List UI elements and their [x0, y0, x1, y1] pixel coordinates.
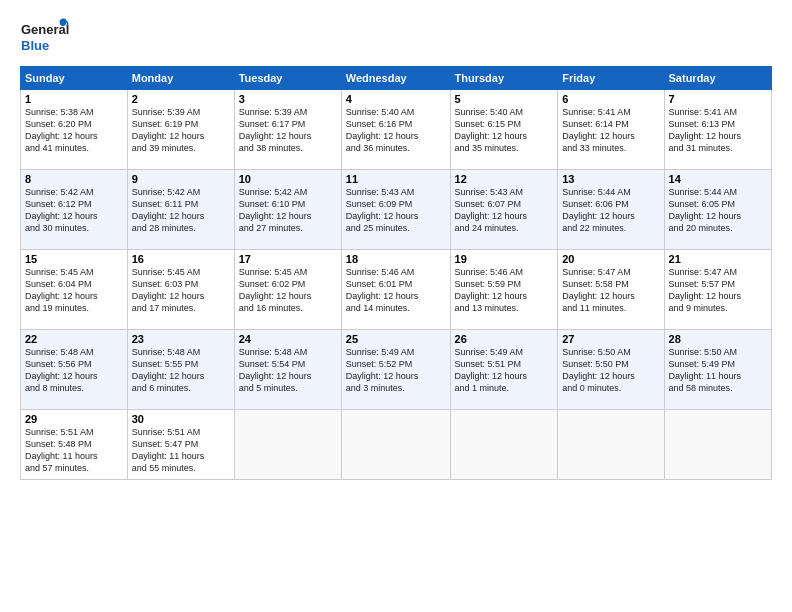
calendar-weekday-wednesday: Wednesday	[341, 67, 450, 90]
day-number: 5	[455, 93, 554, 105]
day-number: 8	[25, 173, 123, 185]
day-info: Sunrise: 5:39 AM Sunset: 6:17 PM Dayligh…	[239, 106, 337, 155]
calendar-weekday-sunday: Sunday	[21, 67, 128, 90]
day-info: Sunrise: 5:39 AM Sunset: 6:19 PM Dayligh…	[132, 106, 230, 155]
calendar-week-row: 8Sunrise: 5:42 AM Sunset: 6:12 PM Daylig…	[21, 170, 772, 250]
day-number: 10	[239, 173, 337, 185]
day-number: 1	[25, 93, 123, 105]
day-number: 4	[346, 93, 446, 105]
day-info: Sunrise: 5:45 AM Sunset: 6:04 PM Dayligh…	[25, 266, 123, 315]
day-number: 6	[562, 93, 659, 105]
calendar-weekday-saturday: Saturday	[664, 67, 771, 90]
day-number: 18	[346, 253, 446, 265]
calendar-cell: 9Sunrise: 5:42 AM Sunset: 6:11 PM Daylig…	[127, 170, 234, 250]
day-number: 27	[562, 333, 659, 345]
day-number: 15	[25, 253, 123, 265]
day-info: Sunrise: 5:40 AM Sunset: 6:16 PM Dayligh…	[346, 106, 446, 155]
day-number: 7	[669, 93, 767, 105]
day-info: Sunrise: 5:50 AM Sunset: 5:50 PM Dayligh…	[562, 346, 659, 395]
calendar-cell: 18Sunrise: 5:46 AM Sunset: 6:01 PM Dayli…	[341, 250, 450, 330]
calendar-cell: 6Sunrise: 5:41 AM Sunset: 6:14 PM Daylig…	[558, 90, 664, 170]
calendar-cell: 2Sunrise: 5:39 AM Sunset: 6:19 PM Daylig…	[127, 90, 234, 170]
day-number: 11	[346, 173, 446, 185]
day-number: 2	[132, 93, 230, 105]
calendar-cell	[450, 410, 558, 480]
calendar-cell: 7Sunrise: 5:41 AM Sunset: 6:13 PM Daylig…	[664, 90, 771, 170]
day-info: Sunrise: 5:45 AM Sunset: 6:03 PM Dayligh…	[132, 266, 230, 315]
day-number: 13	[562, 173, 659, 185]
day-number: 16	[132, 253, 230, 265]
day-number: 20	[562, 253, 659, 265]
calendar-cell: 25Sunrise: 5:49 AM Sunset: 5:52 PM Dayli…	[341, 330, 450, 410]
day-info: Sunrise: 5:42 AM Sunset: 6:10 PM Dayligh…	[239, 186, 337, 235]
day-number: 28	[669, 333, 767, 345]
calendar-cell: 22Sunrise: 5:48 AM Sunset: 5:56 PM Dayli…	[21, 330, 128, 410]
day-number: 22	[25, 333, 123, 345]
day-info: Sunrise: 5:41 AM Sunset: 6:13 PM Dayligh…	[669, 106, 767, 155]
day-info: Sunrise: 5:40 AM Sunset: 6:15 PM Dayligh…	[455, 106, 554, 155]
day-number: 30	[132, 413, 230, 425]
calendar-cell: 12Sunrise: 5:43 AM Sunset: 6:07 PM Dayli…	[450, 170, 558, 250]
calendar-cell: 23Sunrise: 5:48 AM Sunset: 5:55 PM Dayli…	[127, 330, 234, 410]
calendar-cell: 4Sunrise: 5:40 AM Sunset: 6:16 PM Daylig…	[341, 90, 450, 170]
day-info: Sunrise: 5:42 AM Sunset: 6:11 PM Dayligh…	[132, 186, 230, 235]
day-info: Sunrise: 5:51 AM Sunset: 5:48 PM Dayligh…	[25, 426, 123, 475]
svg-text:Blue: Blue	[21, 38, 49, 53]
calendar-cell: 14Sunrise: 5:44 AM Sunset: 6:05 PM Dayli…	[664, 170, 771, 250]
logo-svg: General Blue	[20, 16, 70, 58]
calendar-cell: 29Sunrise: 5:51 AM Sunset: 5:48 PM Dayli…	[21, 410, 128, 480]
calendar-weekday-tuesday: Tuesday	[234, 67, 341, 90]
day-number: 21	[669, 253, 767, 265]
day-info: Sunrise: 5:41 AM Sunset: 6:14 PM Dayligh…	[562, 106, 659, 155]
day-info: Sunrise: 5:46 AM Sunset: 5:59 PM Dayligh…	[455, 266, 554, 315]
day-info: Sunrise: 5:47 AM Sunset: 5:58 PM Dayligh…	[562, 266, 659, 315]
calendar-cell: 20Sunrise: 5:47 AM Sunset: 5:58 PM Dayli…	[558, 250, 664, 330]
calendar-cell: 10Sunrise: 5:42 AM Sunset: 6:10 PM Dayli…	[234, 170, 341, 250]
calendar-weekday-monday: Monday	[127, 67, 234, 90]
day-number: 26	[455, 333, 554, 345]
day-number: 24	[239, 333, 337, 345]
day-info: Sunrise: 5:49 AM Sunset: 5:51 PM Dayligh…	[455, 346, 554, 395]
calendar-cell: 24Sunrise: 5:48 AM Sunset: 5:54 PM Dayli…	[234, 330, 341, 410]
calendar-cell: 21Sunrise: 5:47 AM Sunset: 5:57 PM Dayli…	[664, 250, 771, 330]
calendar-cell: 1Sunrise: 5:38 AM Sunset: 6:20 PM Daylig…	[21, 90, 128, 170]
calendar-cell	[558, 410, 664, 480]
day-info: Sunrise: 5:48 AM Sunset: 5:56 PM Dayligh…	[25, 346, 123, 395]
day-info: Sunrise: 5:48 AM Sunset: 5:55 PM Dayligh…	[132, 346, 230, 395]
calendar-week-row: 29Sunrise: 5:51 AM Sunset: 5:48 PM Dayli…	[21, 410, 772, 480]
calendar-cell	[664, 410, 771, 480]
header: General Blue	[20, 16, 772, 58]
day-number: 19	[455, 253, 554, 265]
calendar-cell: 3Sunrise: 5:39 AM Sunset: 6:17 PM Daylig…	[234, 90, 341, 170]
calendar-table: SundayMondayTuesdayWednesdayThursdayFrid…	[20, 66, 772, 480]
calendar-week-row: 15Sunrise: 5:45 AM Sunset: 6:04 PM Dayli…	[21, 250, 772, 330]
day-info: Sunrise: 5:50 AM Sunset: 5:49 PM Dayligh…	[669, 346, 767, 395]
day-info: Sunrise: 5:47 AM Sunset: 5:57 PM Dayligh…	[669, 266, 767, 315]
calendar-cell: 27Sunrise: 5:50 AM Sunset: 5:50 PM Dayli…	[558, 330, 664, 410]
calendar-cell: 30Sunrise: 5:51 AM Sunset: 5:47 PM Dayli…	[127, 410, 234, 480]
day-info: Sunrise: 5:45 AM Sunset: 6:02 PM Dayligh…	[239, 266, 337, 315]
calendar-weekday-friday: Friday	[558, 67, 664, 90]
day-number: 14	[669, 173, 767, 185]
day-info: Sunrise: 5:44 AM Sunset: 6:06 PM Dayligh…	[562, 186, 659, 235]
calendar-week-row: 22Sunrise: 5:48 AM Sunset: 5:56 PM Dayli…	[21, 330, 772, 410]
day-number: 3	[239, 93, 337, 105]
day-number: 25	[346, 333, 446, 345]
calendar-cell: 28Sunrise: 5:50 AM Sunset: 5:49 PM Dayli…	[664, 330, 771, 410]
day-info: Sunrise: 5:42 AM Sunset: 6:12 PM Dayligh…	[25, 186, 123, 235]
page: General Blue SundayMondayTuesdayWednesda…	[0, 0, 792, 612]
calendar-weekday-thursday: Thursday	[450, 67, 558, 90]
calendar-week-row: 1Sunrise: 5:38 AM Sunset: 6:20 PM Daylig…	[21, 90, 772, 170]
calendar-header-row: SundayMondayTuesdayWednesdayThursdayFrid…	[21, 67, 772, 90]
calendar-cell	[234, 410, 341, 480]
day-info: Sunrise: 5:38 AM Sunset: 6:20 PM Dayligh…	[25, 106, 123, 155]
calendar-cell	[341, 410, 450, 480]
day-number: 23	[132, 333, 230, 345]
calendar-cell: 26Sunrise: 5:49 AM Sunset: 5:51 PM Dayli…	[450, 330, 558, 410]
day-info: Sunrise: 5:51 AM Sunset: 5:47 PM Dayligh…	[132, 426, 230, 475]
calendar-cell: 15Sunrise: 5:45 AM Sunset: 6:04 PM Dayli…	[21, 250, 128, 330]
calendar-cell: 19Sunrise: 5:46 AM Sunset: 5:59 PM Dayli…	[450, 250, 558, 330]
day-info: Sunrise: 5:49 AM Sunset: 5:52 PM Dayligh…	[346, 346, 446, 395]
day-info: Sunrise: 5:43 AM Sunset: 6:09 PM Dayligh…	[346, 186, 446, 235]
day-info: Sunrise: 5:46 AM Sunset: 6:01 PM Dayligh…	[346, 266, 446, 315]
